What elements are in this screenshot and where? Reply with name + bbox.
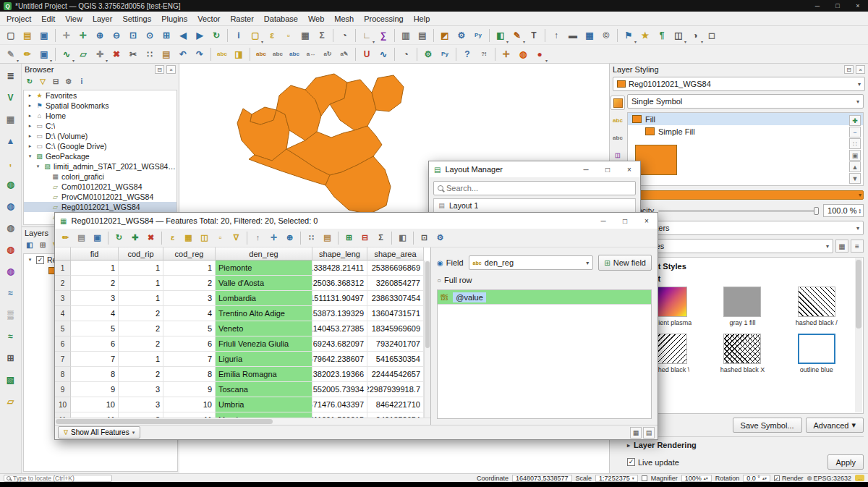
select-features-icon[interactable]: ▢▾: [247, 27, 263, 43]
cell-cod-reg[interactable]: 7: [163, 352, 216, 367]
magnifier-spinbox[interactable]: 100% ▴▾: [681, 475, 712, 482]
cell-cod-rip[interactable]: 1: [119, 291, 163, 306]
cell-shape-leng[interactable]: 1140453.27385: [312, 321, 367, 336]
layer-diagram-icon[interactable]: ◨: [231, 46, 247, 62]
row-number[interactable]: 11: [55, 412, 71, 418]
browser-refresh-icon[interactable]: ↻: [24, 76, 35, 88]
menu-database[interactable]: Database: [259, 12, 303, 25]
browser-item-spatial-bookmarks[interactable]: ▸⚑Spatial Bookmarks: [24, 101, 176, 111]
select-by-expression-icon[interactable]: ε: [264, 27, 280, 43]
menu-layer[interactable]: Layer: [88, 12, 118, 25]
scale-bar-icon[interactable]: ▬: [565, 27, 581, 43]
browser-item-provcm01012021-wgs84[interactable]: ▱ProvCM01012021_WGS84: [24, 192, 176, 202]
vertical-scrollbar[interactable]: [424, 261, 430, 418]
python-console-icon[interactable]: Py: [470, 27, 486, 43]
zoom-next-icon[interactable]: ▶: [192, 27, 208, 43]
cell-shape-area[interactable]: 8464221710: [367, 397, 424, 412]
help-contents-icon[interactable]: ?: [459, 46, 475, 62]
browser-item-geopackage[interactable]: ▾▧GeoPackage: [24, 151, 176, 161]
cell-shape-area[interactable]: 22987939918.7: [367, 382, 424, 397]
close-panel-icon[interactable]: ×: [166, 65, 176, 74]
symbology-tab-icon[interactable]: [610, 96, 625, 110]
add-spatialite-layer-icon[interactable]: ◍: [3, 177, 19, 192]
minimize-button[interactable]: ─: [575, 161, 597, 177]
menu-view[interactable]: View: [60, 12, 88, 25]
cell-fid[interactable]: 3: [71, 291, 119, 306]
plugin-manager-icon[interactable]: ⚙: [420, 46, 436, 62]
copyright-decoration-icon[interactable]: ©: [598, 27, 614, 43]
undo-icon[interactable]: ↶: [175, 46, 191, 62]
column-header-shape-leng[interactable]: shape_leng: [312, 247, 367, 261]
open-attribute-table-icon[interactable]: ▦: [297, 27, 313, 43]
corner-cell[interactable]: [55, 247, 71, 261]
layer-expander-icon[interactable]: ▾: [27, 257, 33, 263]
cell-fid[interactable]: 11: [71, 412, 119, 418]
attr-zoom-to-selection-icon[interactable]: ⊕: [282, 230, 297, 245]
maximize-button[interactable]: □: [831, 2, 844, 9]
row-number[interactable]: 5: [55, 321, 71, 336]
add-group-icon[interactable]: ⊞: [37, 240, 48, 251]
cell-cod-reg[interactable]: 9: [163, 382, 216, 397]
add-delimited-text-icon[interactable]: ,: [3, 155, 19, 171]
close-button[interactable]: ×: [636, 213, 658, 229]
processing-toolbox-icon[interactable]: ⚙: [454, 27, 469, 43]
scale-combo[interactable]: 1:7252375 ▾: [595, 475, 638, 482]
browser-item-d-volume[interactable]: ▸▭D:\ (Volume): [24, 131, 176, 141]
snapping-options-icon[interactable]: U: [359, 46, 375, 62]
zoom-to-selection-icon[interactable]: ⊙: [142, 27, 158, 43]
new-bookmark-icon[interactable]: ⚑▾: [621, 27, 637, 43]
reload-table-icon[interactable]: ↻: [111, 230, 127, 245]
delete-field-icon[interactable]: ⊟: [357, 230, 373, 245]
cell-den-reg[interactable]: Marche: [216, 412, 312, 418]
add-symbol-layer-icon[interactable]: ✚: [849, 115, 861, 126]
render-checkbox[interactable]: ✓ Render: [774, 475, 804, 482]
feature-filter-button[interactable]: ∇ Show All Features ▾: [58, 426, 140, 439]
expander-icon[interactable]: ▾: [27, 153, 33, 159]
browser-info-icon[interactable]: i: [76, 76, 88, 88]
copy-rows-icon[interactable]: ∷: [304, 230, 319, 245]
cell-shape-leng[interactable]: 679642.238607: [312, 352, 367, 367]
cell-den-reg[interactable]: Liguria: [216, 352, 312, 367]
row-number[interactable]: 10: [55, 397, 71, 412]
cell-cod-reg[interactable]: 6: [163, 336, 216, 352]
cell-cod-reg[interactable]: 5: [163, 321, 216, 336]
processing-history-icon[interactable]: ◔: [398, 46, 414, 62]
symbol-type-combo[interactable]: Single Symbol ▾: [627, 94, 864, 109]
cell-shape-area[interactable]: 5416530354: [367, 352, 424, 367]
symbol-tree-item-simple-fill[interactable]: Simple Fill: [628, 125, 863, 137]
zoom-full-icon[interactable]: ⊡: [125, 27, 141, 43]
open-project-icon[interactable]: ▤: [20, 27, 35, 43]
new-project-icon[interactable]: ▢: [3, 27, 19, 43]
select-all-icon[interactable]: ▦: [181, 230, 196, 245]
python-editor-icon[interactable]: Py: [437, 46, 453, 62]
cell-cod-reg[interactable]: 8: [163, 367, 216, 382]
statistical-summary-icon[interactable]: ∑: [375, 27, 391, 43]
cell-shape-leng[interactable]: 1511131.90497: [312, 291, 367, 306]
deselect-all-icon[interactable]: ▫: [281, 27, 297, 43]
map-themes-icon[interactable]: ◧▾: [493, 27, 509, 43]
map-region-friuli-venezia-giulia[interactable]: [372, 75, 404, 111]
cell-cod-reg[interactable]: 1: [163, 261, 216, 276]
scrollbar-thumb[interactable]: [856, 260, 861, 329]
row-number[interactable]: 8: [55, 367, 71, 382]
scrollbar-thumb[interactable]: [425, 261, 430, 348]
locator-input[interactable]: [13, 475, 109, 482]
cell-cod-reg[interactable]: 4: [163, 306, 216, 321]
cell-shape-area[interactable]: 23863307454: [367, 291, 424, 306]
preview-mode-icon[interactable]: ◑▾: [687, 27, 703, 43]
browser-item-c-google-drive[interactable]: ▸▭C:\ (Google Drive): [24, 141, 176, 151]
cell-fid[interactable]: 7: [71, 352, 119, 367]
label-highlight-icon[interactable]: abc: [253, 46, 269, 62]
layer-visibility-checkbox[interactable]: ✓: [36, 256, 44, 264]
layer-select-combo[interactable]: Reg01012021_WGS84 ▾: [613, 77, 865, 91]
show-bookmarks-icon[interactable]: ★: [637, 27, 653, 43]
cell-shape-area[interactable]: 3260854277: [367, 276, 424, 291]
remove-symbol-layer-icon[interactable]: −: [849, 127, 861, 137]
layout-search-input[interactable]: [446, 184, 631, 192]
browser-item-c[interactable]: ▸▭C:\: [24, 121, 176, 131]
duplicate-symbol-layer-icon[interactable]: ∷: [849, 138, 861, 149]
attr-select-by-expression-icon[interactable]: ε: [165, 230, 180, 245]
annotation-icon[interactable]: ✎▾: [509, 27, 525, 43]
measure-icon[interactable]: ∟▾: [359, 27, 375, 43]
column-header-fid[interactable]: fid: [71, 247, 119, 261]
